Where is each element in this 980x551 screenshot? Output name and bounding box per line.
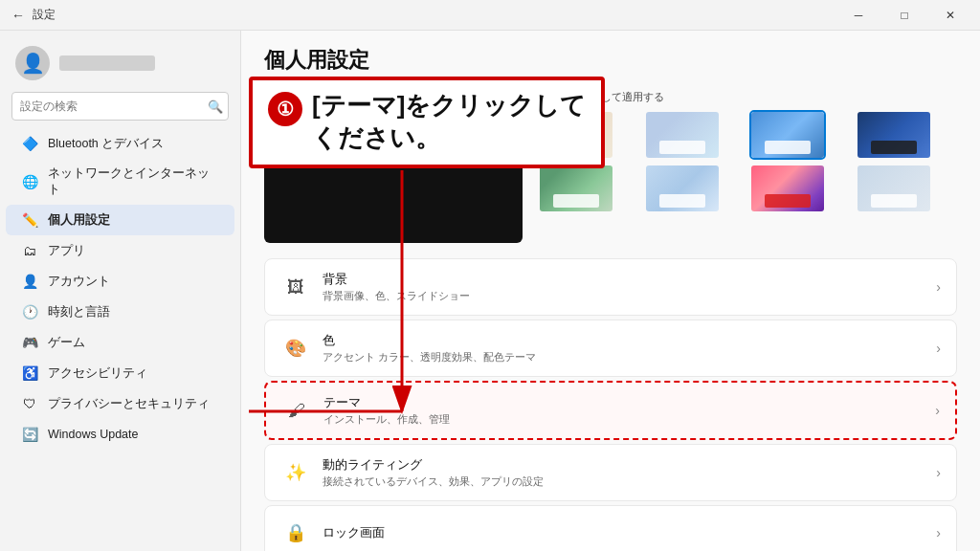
theme-preview-section: テーマを選択して適用する	[264, 90, 957, 243]
settings-text-theme: テーマ インストール、作成、管理	[323, 394, 935, 427]
theme-preview-main	[264, 90, 523, 243]
theme-thumb-6[interactable]	[644, 164, 721, 213]
chevron-icon-color: ›	[936, 341, 941, 356]
settings-item-lock-screen[interactable]: 🔒 ロック画面 ›	[264, 505, 957, 551]
content-area: 個人用設定 テーマを選択して適用する	[241, 31, 980, 551]
app-container: 👤 🔍 🔷 Bluetooth とデバイス 🌐 ネットワークとインターネット ✏…	[0, 31, 980, 551]
sidebar-user: 👤	[0, 38, 240, 92]
avatar: 👤	[15, 46, 50, 80]
settings-text-color: 色 アクセント カラー、透明度効果、配色テーマ	[323, 332, 936, 364]
sidebar-label-time: 時刻と言語	[48, 304, 110, 320]
settings-title-lock-screen: ロック画面	[323, 524, 936, 541]
settings-item-dynamic-lighting[interactable]: ✨ 動的ライティング 接続されているデバイス、効果、アプリの設定 ›	[264, 444, 957, 501]
search-box: 🔍	[11, 92, 229, 121]
theme-grid	[538, 110, 957, 213]
sidebar: 👤 🔍 🔷 Bluetooth とデバイス 🌐 ネットワークとインターネット ✏…	[0, 31, 241, 551]
titlebar: ← 設定 ─ □ ✕	[0, 0, 980, 31]
settings-title-background: 背景	[323, 271, 936, 288]
titlebar-controls: ─ □ ✕	[836, 0, 972, 31]
sidebar-item-bluetooth[interactable]: 🔷 Bluetooth とデバイス	[6, 128, 234, 159]
sidebar-item-personalization[interactable]: ✏️ 個人用設定	[6, 205, 234, 235]
settings-text-lock-screen: ロック画面	[323, 524, 936, 541]
sidebar-icon-personalization: ✏️	[21, 211, 38, 229]
sidebar-icon-network: 🌐	[21, 173, 38, 190]
sidebar-item-apps[interactable]: 🗂 アプリ	[6, 235, 234, 266]
theme-thumb-2[interactable]	[644, 110, 721, 160]
settings-desc-theme: インストール、作成、管理	[323, 412, 935, 427]
settings-list: 🖼 背景 背景画像、色、スライドショー › 🎨 色 アクセント カラー、透明度効…	[264, 258, 957, 551]
sidebar-item-network[interactable]: 🌐 ネットワークとインターネット	[6, 159, 234, 205]
settings-desc-color: アクセント カラー、透明度効果、配色テーマ	[323, 350, 936, 364]
chevron-icon-dynamic-lighting: ›	[936, 465, 941, 480]
sidebar-icon-accessibility: ♿	[21, 364, 38, 382]
sidebar-label-accessibility: アクセシビリティ	[48, 365, 147, 382]
sidebar-icon-apps: 🗂	[21, 242, 38, 259]
settings-item-theme[interactable]: 🖌 テーマ インストール、作成、管理 ›	[264, 381, 957, 440]
chevron-icon-background: ›	[936, 279, 941, 295]
sidebar-label-personalization: 個人用設定	[48, 212, 110, 229]
theme-thumb-3[interactable]	[749, 110, 826, 160]
theme-thumb-5[interactable]	[538, 164, 614, 213]
settings-icon-lock-screen: 🔒	[280, 518, 311, 548]
settings-desc-dynamic-lighting: 接続されているデバイス、効果、アプリの設定	[323, 474, 936, 489]
sidebar-item-accessibility[interactable]: ♿ アクセシビリティ	[6, 358, 234, 388]
sidebar-icon-time: 🕐	[21, 303, 38, 320]
sidebar-items-list: 🔷 Bluetooth とデバイス 🌐 ネットワークとインターネット ✏️ 個人…	[0, 128, 240, 450]
sidebar-item-time[interactable]: 🕐 時刻と言語	[6, 297, 234, 327]
user-icon: 👤	[21, 52, 45, 75]
settings-text-background: 背景 背景画像、色、スライドショー	[323, 271, 936, 303]
page-title: 個人用設定	[264, 46, 957, 75]
chevron-icon-theme: ›	[935, 403, 940, 418]
titlebar-left: ← 設定	[11, 7, 56, 23]
sidebar-item-accounts[interactable]: 👤 アカウント	[6, 266, 234, 297]
settings-icon-theme: 🖌	[281, 395, 312, 426]
sidebar-label-apps: アプリ	[48, 243, 85, 259]
sidebar-label-accounts: アカウント	[48, 274, 110, 290]
theme-grid-label: テーマを選択して適用する	[538, 90, 957, 104]
sidebar-label-network: ネットワークとインターネット	[48, 165, 219, 198]
settings-icon-dynamic-lighting: ✨	[280, 457, 311, 488]
theme-thumb-8[interactable]	[856, 164, 932, 213]
sidebar-icon-windows-update: 🔄	[21, 426, 38, 443]
minimize-button[interactable]: ─	[836, 0, 880, 31]
theme-grid-area: テーマを選択して適用する	[538, 90, 957, 213]
chevron-icon-lock-screen: ›	[936, 525, 941, 540]
sidebar-label-gaming: ゲーム	[48, 335, 85, 351]
sidebar-icon-gaming: 🎮	[21, 334, 38, 351]
settings-item-background[interactable]: 🖼 背景 背景画像、色、スライドショー ›	[264, 258, 957, 316]
theme-thumb-4[interactable]	[856, 110, 932, 160]
settings-title-color: 色	[323, 332, 936, 349]
settings-icon-background: 🖼	[280, 272, 311, 302]
search-icon: 🔍	[208, 99, 223, 114]
settings-item-color[interactable]: 🎨 色 アクセント カラー、透明度効果、配色テーマ ›	[264, 320, 957, 377]
user-name-label	[59, 55, 155, 71]
sidebar-item-privacy[interactable]: 🛡 プライバシーとセキュリティ	[6, 388, 234, 419]
settings-desc-background: 背景画像、色、スライドショー	[323, 289, 936, 303]
search-input[interactable]	[11, 92, 229, 121]
sidebar-label-windows-update: Windows Update	[48, 428, 139, 441]
close-button[interactable]: ✕	[928, 0, 972, 31]
sidebar-icon-accounts: 👤	[21, 273, 38, 290]
theme-thumb-7[interactable]	[749, 164, 826, 213]
back-button[interactable]: ←	[11, 8, 25, 23]
sidebar-item-windows-update[interactable]: 🔄 Windows Update	[6, 419, 234, 450]
app-title: 設定	[33, 7, 56, 23]
sidebar-label-privacy: プライバシーとセキュリティ	[48, 396, 210, 412]
settings-text-dynamic-lighting: 動的ライティング 接続されているデバイス、効果、アプリの設定	[323, 456, 936, 489]
settings-title-theme: テーマ	[323, 394, 935, 411]
sidebar-item-gaming[interactable]: 🎮 ゲーム	[6, 327, 234, 358]
theme-thumb-1[interactable]	[538, 110, 614, 160]
sidebar-label-bluetooth: Bluetooth とデバイス	[48, 136, 164, 152]
settings-title-dynamic-lighting: 動的ライティング	[323, 456, 936, 474]
maximize-button[interactable]: □	[882, 0, 926, 31]
sidebar-icon-bluetooth: 🔷	[21, 135, 38, 152]
settings-icon-color: 🎨	[280, 333, 311, 364]
sidebar-icon-privacy: 🛡	[21, 395, 38, 412]
